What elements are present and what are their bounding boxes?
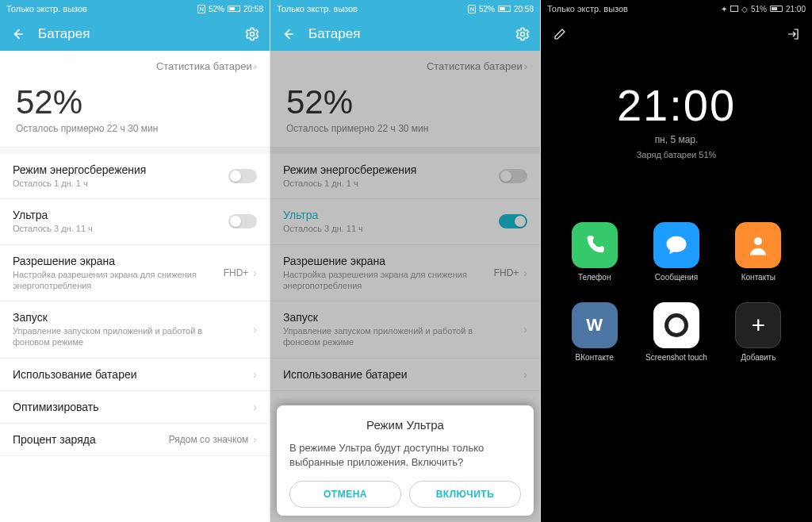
content: Статистика батареи› 52% Осталось примерн…: [270, 51, 540, 522]
row-title: Режим энергосбережения: [13, 163, 228, 176]
app-label: Телефон: [578, 273, 611, 282]
app-phone[interactable]: Телефон: [558, 222, 630, 282]
battery-pct: 51%: [751, 5, 767, 13]
link-text: Статистика батареи: [156, 60, 252, 72]
plus-icon: +: [735, 302, 781, 348]
battery-icon: [770, 6, 783, 12]
clock-text: 21:00: [786, 5, 806, 13]
app-label: Screenshot touch: [645, 353, 707, 362]
ultra-header: [541, 17, 812, 51]
vk-icon: W: [572, 302, 618, 348]
row-value: FHD+: [224, 267, 249, 278]
page-title: Батарея: [308, 26, 502, 42]
battery-pct-big: 52%: [16, 83, 254, 121]
row-value: Рядом со значком: [169, 434, 249, 445]
row-title: Ультра: [13, 209, 228, 221]
row-title: Запуск: [13, 311, 253, 324]
clock-text: 20:58: [514, 5, 534, 13]
app-header: Батарея: [0, 17, 270, 51]
status-bar: Только экстр. вызов N 52% 20:58: [0, 0, 270, 17]
row-sub: Осталось 1 дн. 1 ч: [13, 178, 203, 189]
dialog-title: Режим Ультра: [289, 418, 521, 432]
battery-pct: 52%: [479, 5, 495, 13]
chevron-right-icon: ›: [253, 401, 257, 413]
battery-level-block: 52% Осталось примерно 22 ч 30 мин: [0, 79, 270, 148]
svg-point-1: [521, 33, 525, 36]
row-sub: Осталось 3 дн. 11 ч: [13, 223, 203, 234]
app-grid: Телефон Сообщения Контакты W ВКонтак: [541, 222, 812, 362]
chevron-right-icon: ›: [253, 323, 257, 336]
wifi-icon: ◇: [741, 5, 748, 13]
battery-icon: [228, 6, 240, 12]
cancel-button[interactable]: ОТМЕНА: [289, 481, 401, 508]
svg-point-2: [754, 237, 762, 245]
nfc-icon: N: [197, 5, 205, 13]
nfc-icon: N: [468, 5, 476, 13]
row-charge-percent[interactable]: Процент заряда Рядом со значком ›: [0, 424, 270, 456]
network-status: Только экстр. вызов: [6, 4, 87, 13]
row-screen-res[interactable]: Разрешение экрана Настройка разрешения э…: [0, 245, 270, 302]
clock-widget: 21:00 пн, 5 мар. Заряд батареи 51%: [541, 79, 812, 159]
row-optimize[interactable]: Оптимизировать ›: [0, 391, 270, 424]
row-battery-usage[interactable]: Использование батареи ›: [0, 359, 270, 391]
edit-icon[interactable]: [552, 26, 568, 42]
status-bar: Только экстр. вызов N 52% 20:58: [270, 0, 540, 17]
row-sub: Управление запуском приложений и работой…: [13, 325, 203, 348]
page-title: Батарея: [38, 26, 232, 42]
back-icon[interactable]: [280, 26, 296, 42]
contacts-icon: [735, 222, 781, 268]
app-add[interactable]: + Добавить: [722, 302, 795, 362]
gear-icon[interactable]: [244, 26, 260, 42]
status-icons: N 52% 20:58: [197, 5, 263, 13]
chevron-right-icon: ›: [253, 433, 257, 446]
back-icon[interactable]: [10, 26, 25, 42]
cast-icon: [730, 6, 738, 12]
chevron-right-icon: ›: [253, 368, 257, 381]
clock-date: пн, 5 мар.: [541, 134, 812, 145]
ultra-dialog: Режим Ультра В режиме Ультра будут досту…: [277, 405, 534, 516]
battery-pct: 52%: [209, 5, 224, 13]
row-launch[interactable]: Запуск Управление запуском приложений и …: [0, 301, 270, 359]
row-title: Процент заряда: [13, 433, 169, 446]
status-icons: N 52% 20:58: [468, 5, 534, 13]
app-label: Контакты: [741, 273, 776, 282]
app-label: ВКонтакте: [576, 353, 614, 362]
screen-battery-settings: Только экстр. вызов N 52% 20:58 Батарея …: [0, 0, 270, 522]
row-title: Оптимизировать: [13, 401, 253, 413]
app-vk[interactable]: W ВКонтакте: [558, 302, 630, 362]
chevron-right-icon: ›: [253, 267, 257, 279]
network-status: Только экстр. вызов: [277, 4, 358, 13]
app-label: Сообщения: [655, 273, 698, 282]
content: Статистика батареи› 52% Осталось примерн…: [0, 51, 270, 522]
app-label: Добавить: [741, 353, 776, 362]
row-sub: Настройка разрешения экрана для снижения…: [13, 269, 203, 292]
row-title: Использование батареи: [13, 368, 253, 381]
status-icons: ✦ ◇ 51% 21:00: [721, 5, 806, 13]
screen-ultra-mode: Только экстр. вызов ✦ ◇ 51% 21:00: [541, 0, 812, 522]
row-power-saving[interactable]: Режим энергосбережения Осталось 1 дн. 1 …: [0, 154, 270, 199]
toggle-ultra[interactable]: [228, 214, 257, 228]
phone-icon: [572, 222, 618, 268]
battery-text: Заряд батареи 51%: [541, 150, 812, 159]
app-messages[interactable]: Сообщения: [640, 222, 712, 282]
network-status: Только экстр. вызов: [547, 4, 628, 13]
gear-icon[interactable]: [515, 26, 530, 42]
app-screenshot[interactable]: Screenshot touch: [640, 302, 712, 362]
battery-stats-link[interactable]: Статистика батареи›: [0, 51, 270, 79]
screen-battery-dialog: Только экстр. вызов N 52% 20:58 Батарея …: [270, 0, 541, 522]
ultra-home: 21:00 пн, 5 мар. Заряд батареи 51% Телеф…: [541, 17, 812, 522]
app-header: Батарея: [270, 17, 540, 51]
clock-time: 21:00: [541, 79, 812, 131]
screenshot-icon: [653, 302, 699, 348]
row-ultra[interactable]: Ультра Осталось 3 дн. 11 ч: [0, 199, 270, 244]
status-bar: Только экстр. вызов ✦ ◇ 51% 21:00: [541, 0, 812, 17]
row-title: Разрешение экрана: [13, 255, 224, 267]
toggle-power-saving[interactable]: [228, 169, 257, 183]
battery-estimate: Осталось примерно 22 ч 30 мин: [16, 123, 254, 134]
messages-icon: [653, 222, 699, 268]
exit-icon[interactable]: [785, 26, 801, 42]
chevron-right-icon: ›: [254, 60, 257, 72]
enable-button[interactable]: ВКЛЮЧИТЬ: [409, 481, 521, 508]
battery-icon: [498, 6, 511, 12]
app-contacts[interactable]: Контакты: [722, 222, 795, 282]
